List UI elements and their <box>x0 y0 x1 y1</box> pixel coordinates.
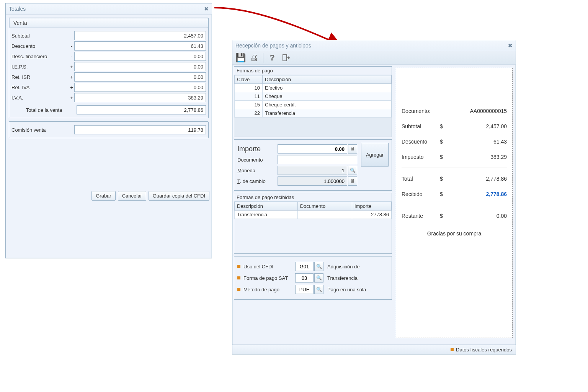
descfin-label: Desc. financiero <box>11 54 69 59</box>
forma-sat-desc: Transferencia <box>327 275 389 281</box>
forma-sat-input[interactable] <box>295 273 314 283</box>
descfin-input[interactable] <box>74 52 206 61</box>
t-restante-label: Restante <box>402 213 440 219</box>
guardar-cfdi-button[interactable]: Guardar copia del CFDI <box>149 191 209 201</box>
t-doc-value: AA0000000015 <box>440 108 507 114</box>
col-imp2[interactable]: Importe <box>352 202 392 211</box>
t-recibido: 2,778.86 <box>448 191 507 197</box>
help-icon[interactable]: ? <box>267 53 277 63</box>
tc-input[interactable] <box>278 176 347 186</box>
calc-icon[interactable]: 🖩 <box>348 176 357 186</box>
print-icon[interactable]: 🖨 <box>249 53 259 63</box>
descuento-sign: - <box>69 43 74 49</box>
table-row[interactable]: Transferencia2778.86 <box>235 211 392 219</box>
comision-label: Comisión venta <box>11 127 69 133</box>
row-descfin: Desc. financiero - <box>11 52 206 61</box>
table-row[interactable]: 11Cheque <box>235 92 392 101</box>
retisr-input[interactable] <box>74 72 206 82</box>
formas-pago-table[interactable]: Clave Descripción 10Efectivo11Cheque15Ch… <box>234 75 392 118</box>
status-text: Datos fiscales requeridos <box>456 347 512 353</box>
uso-cfdi-label: Uso del CFDI <box>243 264 295 270</box>
comision-input[interactable] <box>74 125 206 134</box>
recepcion-titlebar[interactable]: Recepción de pagos y anticipos ✖ <box>232 40 516 51</box>
ieps-input[interactable] <box>74 62 206 71</box>
save-icon[interactable]: 💾 <box>235 53 245 63</box>
bullet-icon <box>237 288 240 291</box>
search-icon[interactable]: 🔍 <box>314 285 323 294</box>
close-icon[interactable]: ✖ <box>508 42 513 49</box>
forma-sat-row: Forma de pago SAT 🔍 Transferencia <box>237 273 389 283</box>
totales-title: Totales <box>9 6 26 12</box>
metodo-pago-label: Método de pago <box>243 287 295 292</box>
exit-icon[interactable] <box>281 53 291 63</box>
moneda-label: Moneda <box>237 168 278 173</box>
row-subtotal: Subtotal <box>11 31 206 40</box>
importe-label: Importe <box>237 145 278 153</box>
ieps-sign: + <box>69 64 74 70</box>
summary-ticket: Documento: AA0000000015 Subtotal $ 2,457… <box>396 68 513 338</box>
iva-input[interactable] <box>74 93 206 102</box>
row-descuento: Descuento - <box>11 41 206 51</box>
formas-pago-title: Formas de pago <box>234 67 392 75</box>
moneda-input[interactable] <box>278 166 347 175</box>
t-total: 2,778.86 <box>448 176 507 182</box>
toolbar: 💾 🖨 ? <box>232 51 516 65</box>
recepcion-title: Recepción de pagos y anticipos <box>235 42 311 49</box>
t-descuento: 61.43 <box>448 139 507 145</box>
venta-panel: Venta Subtotal Descuento - Desc. financi… <box>9 18 209 118</box>
retisr-label: Ret. ISR <box>11 74 69 80</box>
retiva-label: Ret. IVA <box>11 85 69 90</box>
close-icon[interactable]: ✖ <box>204 6 209 12</box>
uso-cfdi-input[interactable] <box>295 262 314 271</box>
forma-sat-label: Forma de pago SAT <box>243 275 295 281</box>
recepcion-content: Formas de pago Clave Descripción 10Efect… <box>232 65 516 341</box>
agregar-button[interactable]: Agregar <box>361 143 389 167</box>
ieps-label: I.E.P.S. <box>11 64 69 70</box>
t-impuesto: 383.29 <box>448 154 507 160</box>
table-row[interactable]: 10Efectivo <box>235 84 392 92</box>
metodo-pago-desc: Pago en una sola <box>327 287 389 292</box>
cancelar-button[interactable]: Cancelar <box>118 191 146 201</box>
metodo-pago-input[interactable] <box>295 285 314 294</box>
table-row[interactable]: 15Cheque certif. <box>235 101 392 109</box>
bullet-icon <box>451 348 454 351</box>
retiva-input[interactable] <box>74 83 206 92</box>
row-iva: I.V.A. + <box>11 93 206 102</box>
bullet-icon <box>237 276 240 279</box>
col-desc[interactable]: Descripción <box>263 75 392 84</box>
retisr-sign: + <box>69 74 74 80</box>
search-icon[interactable]: 🔍 <box>314 262 323 271</box>
total-label: Total de la venta <box>11 107 77 113</box>
calc-icon[interactable]: 🖩 <box>348 144 357 154</box>
right-column: Documento: AA0000000015 Subtotal $ 2,457… <box>394 66 514 340</box>
importe-input[interactable] <box>278 144 347 154</box>
totales-titlebar[interactable]: Totales ✖ <box>6 3 212 15</box>
t-doc-label: Documento: <box>402 108 440 114</box>
col-desc2[interactable]: Descripción <box>235 202 298 211</box>
documento-input[interactable] <box>278 155 357 164</box>
recibidas-table[interactable]: Descripción Documento Importe Transferen… <box>234 202 392 219</box>
col-doc2[interactable]: Documento <box>297 202 352 211</box>
bullet-icon <box>237 265 240 268</box>
row-retisr: Ret. ISR + <box>11 72 206 82</box>
total-input[interactable] <box>77 105 206 114</box>
search-icon[interactable]: 🔍 <box>348 166 357 175</box>
uso-cfdi-row: Uso del CFDI 🔍 Adquisición de <box>237 262 389 271</box>
grabar-button[interactable]: Grabar <box>91 191 115 201</box>
t-restante: 0.00 <box>448 213 507 219</box>
uso-cfdi-desc: Adquisición de <box>327 264 389 270</box>
left-column: Formas de pago Clave Descripción 10Efect… <box>234 66 392 340</box>
tc-label: T. de cambio <box>237 178 278 184</box>
descuento-input[interactable] <box>74 41 206 51</box>
col-clave[interactable]: Clave <box>235 75 263 84</box>
row-comision: Comisión venta <box>11 125 206 134</box>
metodo-pago-row: Método de pago 🔍 Pago en una sola <box>237 285 389 294</box>
search-icon[interactable]: 🔍 <box>314 273 323 283</box>
subtotal-label: Subtotal <box>11 33 69 39</box>
table-row[interactable]: 22Transferencia <box>235 109 392 118</box>
t-impuesto-label: Impuesto <box>402 154 440 160</box>
venta-panel-title: Venta <box>9 18 208 28</box>
fiscal-group: Uso del CFDI 🔍 Adquisición de Forma de p… <box>234 256 392 300</box>
subtotal-input[interactable] <box>74 31 206 40</box>
comision-panel: Comisión venta <box>9 121 209 138</box>
